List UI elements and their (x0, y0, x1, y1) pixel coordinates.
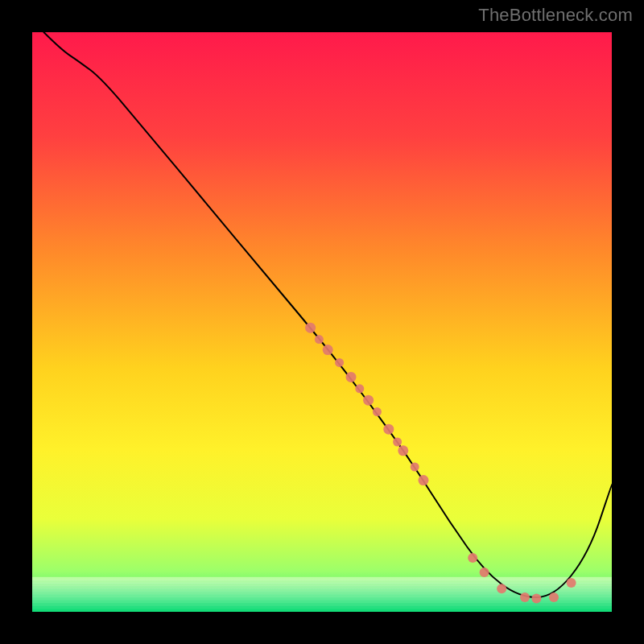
data-point (346, 372, 357, 382)
plot-area (32, 32, 612, 612)
data-point (520, 592, 530, 602)
watermark-text: TheBottleneck.com (478, 5, 633, 26)
data-point (567, 578, 576, 588)
data-point (323, 345, 333, 355)
chart-svg (32, 32, 612, 612)
data-point (411, 463, 419, 472)
data-point (419, 475, 429, 485)
data-point (497, 584, 506, 593)
bottom-stripe (32, 603, 612, 606)
data-point (531, 593, 541, 603)
gradient-background (32, 32, 612, 612)
bottom-stripe (32, 609, 612, 612)
data-point (549, 592, 559, 602)
data-point (398, 445, 408, 456)
chart-frame: TheBottleneck.com (0, 0, 644, 644)
bottom-stripe (32, 580, 612, 583)
data-point (355, 384, 364, 393)
data-point (335, 358, 344, 367)
data-point (468, 553, 477, 563)
data-point (393, 438, 402, 447)
bottom-stripe (32, 583, 612, 586)
bottom-stripe (32, 586, 612, 589)
bottom-stripe (32, 577, 612, 580)
data-point (383, 424, 394, 435)
data-point (373, 407, 382, 416)
data-point (363, 395, 374, 406)
data-point (480, 568, 489, 577)
bottom-stripe (32, 588, 612, 592)
data-point (305, 323, 316, 333)
bottom-stripe (32, 606, 612, 609)
data-point (315, 335, 324, 344)
